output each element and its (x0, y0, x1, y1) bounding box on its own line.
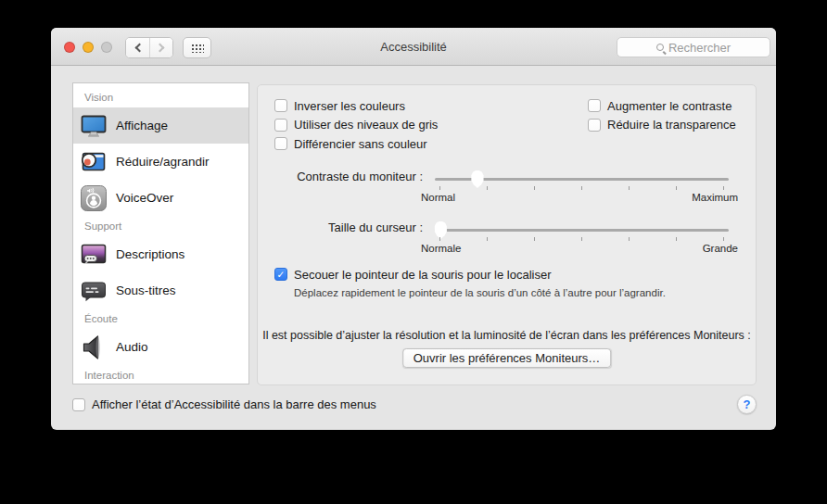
sidebar-item-reduire-agrandir[interactable]: Réduire/agrandir (73, 144, 248, 180)
shake-pointer-label: Secouer le pointeur de la souris pour le… (294, 268, 552, 282)
contrast-min-label: Normal (421, 192, 455, 203)
sidebar-section-vision: Vision (73, 87, 248, 107)
sidebar-item-label: Réduire/agrandir (116, 155, 210, 169)
cursor-slider-track[interactable] (435, 229, 729, 232)
grayscale-row[interactable]: Utiliser des niveaux de gris (274, 116, 438, 135)
accessibility-preferences-window: Accessibilité Rechercher Vision (51, 28, 776, 430)
cursor-slider-label: Taille du curseur : (258, 220, 423, 234)
contrast-slider-ticks (439, 186, 724, 190)
search-field[interactable]: Rechercher (617, 37, 770, 57)
contrast-slider-range-labels: Normal Maximum (421, 192, 738, 203)
grayscale-checkbox[interactable] (274, 119, 287, 132)
cursor-min-label: Normale (421, 243, 461, 254)
contrast-max-label: Maximum (692, 192, 738, 203)
differentiate-row[interactable]: Différencier sans couleur (274, 134, 438, 154)
sidebar-section-support: Support (73, 216, 248, 236)
help-button[interactable]: ? (737, 395, 757, 414)
display-icon (80, 112, 108, 140)
cursor-slider[interactable] (435, 222, 729, 238)
cursor-slider-range-labels: Normale Grande (421, 243, 738, 254)
monitors-note: Il est possible d’ajuster la résolution … (258, 329, 756, 342)
menubar-status-label: Afficher l’état d’Accessibilité dans la … (92, 397, 376, 411)
sidebar-section-ecoute: Écoute (73, 309, 248, 329)
sidebar-item-sous-titres[interactable]: Sous-titres (73, 272, 248, 309)
differentiate-label: Différencier sans couleur (294, 137, 427, 151)
checkbox-column-right: Augmenter le contraste Réduire la transp… (588, 96, 736, 134)
sidebar-section-interaction: Interaction (73, 365, 248, 384)
shake-pointer-checkbox[interactable] (274, 268, 287, 281)
reduce-transparency-row[interactable]: Réduire la transparence (588, 116, 736, 135)
invert-colors-label: Inverser les couleurs (294, 99, 405, 113)
invert-colors-row[interactable]: Inverser les couleurs (274, 96, 438, 116)
descriptions-icon (80, 241, 108, 269)
search-placeholder: Rechercher (668, 41, 731, 55)
grayscale-label: Utiliser des niveaux de gris (294, 118, 438, 132)
search-icon (656, 44, 664, 51)
subtitles-icon (80, 277, 108, 305)
checkbox-column-left: Inverser les couleurs Utiliser des nivea… (274, 96, 438, 154)
cursor-slider-ticks (439, 237, 724, 241)
shake-pointer-row[interactable]: Secouer le pointeur de la souris pour le… (274, 268, 552, 282)
menubar-status-checkbox[interactable] (72, 398, 85, 411)
category-sidebar[interactable]: Vision Affichage (72, 82, 249, 384)
contrast-slider-label: Contraste du moniteur : (258, 170, 423, 183)
sidebar-item-audio[interactable]: Audio (73, 329, 248, 365)
contrast-slider[interactable] (435, 171, 729, 187)
reduce-transparency-label: Réduire la transparence (607, 118, 736, 132)
increase-contrast-row[interactable]: Augmenter le contraste (588, 96, 736, 116)
increase-contrast-checkbox[interactable] (588, 99, 601, 112)
increase-contrast-label: Augmenter le contraste (607, 99, 732, 113)
differentiate-checkbox[interactable] (274, 137, 287, 150)
sidebar-item-voiceover[interactable]: VoiceOver (73, 180, 248, 216)
sidebar-item-label: Sous-titres (116, 284, 176, 297)
reduce-transparency-checkbox[interactable] (588, 119, 601, 132)
menubar-status-row[interactable]: Afficher l’état d’Accessibilité dans la … (72, 397, 376, 411)
display-settings-pane: Inverser les couleurs Utiliser des nivea… (257, 84, 757, 385)
sidebar-item-affichage[interactable]: Affichage (73, 107, 248, 144)
sidebar-item-descriptions[interactable]: Descriptions (73, 236, 248, 272)
sidebar-item-label: Audio (116, 340, 148, 354)
invert-colors-checkbox[interactable] (274, 99, 287, 112)
cursor-max-label: Grande (703, 243, 738, 254)
audio-icon (80, 334, 108, 361)
screen-background: Accessibilité Rechercher Vision (0, 0, 827, 504)
title-bar[interactable]: Accessibilité Rechercher (51, 28, 776, 66)
sidebar-item-label: VoiceOver (116, 191, 173, 205)
sidebar-item-label: Descriptions (116, 247, 184, 261)
shake-pointer-description: Déplacez rapidement le pointeur de la so… (294, 287, 666, 298)
zoom-icon (80, 148, 108, 176)
open-monitors-preferences-button[interactable]: Ouvrir les préférences Moniteurs… (402, 348, 612, 368)
sidebar-item-label: Affichage (116, 119, 168, 132)
voiceover-icon (80, 184, 108, 212)
